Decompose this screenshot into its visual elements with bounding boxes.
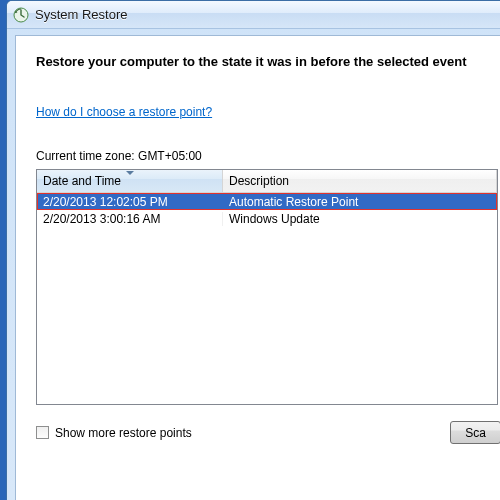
help-link[interactable]: How do I choose a restore point? [36,105,212,119]
scan-button[interactable]: Sca [450,421,500,444]
window-title: System Restore [35,7,127,22]
table-row[interactable]: 2/20/2013 3:00:16 AM Windows Update [37,210,497,227]
system-restore-icon [13,7,29,23]
cell-date: 2/20/2013 12:02:05 PM [37,195,223,209]
client-area: Restore your computer to the state it wa… [15,35,500,500]
table-body: 2/20/2013 12:02:05 PM Automatic Restore … [37,193,497,227]
table-row[interactable]: 2/20/2013 12:02:05 PM Automatic Restore … [37,193,497,210]
table-header: Date and Time Description [37,170,497,193]
show-more-checkbox-row[interactable]: Show more restore points [36,426,192,440]
column-header-description[interactable]: Description [223,170,497,192]
sort-descending-icon [126,171,134,175]
cell-date: 2/20/2013 3:00:16 AM [37,212,223,226]
footer: Show more restore points Sca [36,421,500,444]
timezone-label: Current time zone: GMT+05:00 [36,149,500,163]
system-restore-window: System Restore Restore your computer to … [6,0,500,500]
cell-description: Automatic Restore Point [223,195,497,209]
show-more-checkbox[interactable] [36,426,49,439]
page-heading: Restore your computer to the state it wa… [36,54,500,69]
show-more-label: Show more restore points [55,426,192,440]
titlebar[interactable]: System Restore [7,1,500,29]
column-header-date[interactable]: Date and Time [37,170,223,192]
restore-points-table: Date and Time Description 2/20/2013 12:0… [36,169,498,405]
column-header-desc-label: Description [229,174,289,188]
column-header-date-label: Date and Time [43,174,121,188]
cell-description: Windows Update [223,212,497,226]
